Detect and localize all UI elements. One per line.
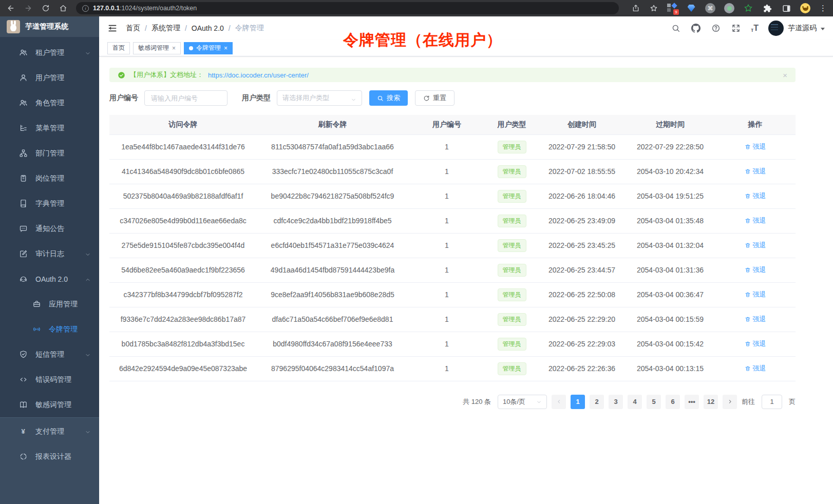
sidebar: 芋道管理系统 租户管理 用户管理 角色管理 菜单管理 部门管理 — [0, 16, 99, 504]
help-icon[interactable] — [711, 23, 721, 33]
breadcrumb-oauth2[interactable]: OAuth 2.0 — [192, 24, 224, 32]
extension-tabs-icon[interactable]: 9 — [667, 3, 677, 13]
user-type-badge: 管理员 — [498, 288, 526, 301]
table-row: c347026e805e4d99b0d116eae66eda8c cdfc4ce… — [109, 208, 796, 233]
force-logout-button[interactable]: 强退 — [745, 315, 766, 324]
sidebar-item-post[interactable]: 岗位管理 — [0, 166, 99, 191]
trash-icon — [745, 168, 751, 175]
sidebar-item-role[interactable]: 角色管理 — [0, 90, 99, 115]
message-bubble-icon — [18, 224, 28, 234]
browser-back-icon[interactable] — [6, 4, 15, 13]
sidebar-item-report-designer[interactable]: 报表设计器 — [0, 444, 99, 469]
log-edit-icon — [18, 249, 28, 259]
user-type-badge: 管理员 — [498, 362, 526, 375]
address-bar[interactable]: i 127.0.0.1:1024/system/oauth2/token — [76, 2, 619, 14]
close-icon[interactable]: × — [224, 45, 228, 52]
user-id-input[interactable] — [144, 90, 228, 106]
page-size-select[interactable]: 10条/页 — [498, 395, 547, 409]
tab-home[interactable]: 首页 — [107, 42, 130, 54]
force-logout-button[interactable]: 强退 — [745, 290, 766, 299]
force-logout-button[interactable]: 强退 — [745, 241, 766, 250]
sidebar-toggle-icon[interactable] — [107, 23, 118, 33]
browser-forward-icon[interactable] — [24, 4, 33, 13]
chevron-down-icon — [85, 50, 91, 56]
tab-token[interactable]: 令牌管理 × — [184, 42, 233, 54]
page-button-2[interactable]: 2 — [590, 395, 604, 409]
col-user-id: 用户编号 — [408, 115, 485, 134]
breadcrumb-system[interactable]: 系统管理 — [152, 24, 180, 33]
trash-icon — [745, 242, 751, 248]
force-logout-button[interactable]: 强退 — [745, 167, 766, 176]
yen-icon: ¥ — [18, 427, 28, 436]
sidebar-item-pay[interactable]: ¥ 支付管理 — [0, 419, 99, 444]
sidebar-item-sensitive-word[interactable]: 敏感词管理 — [0, 392, 99, 417]
browser-menu-icon[interactable]: ⋮ — [819, 4, 827, 13]
user-id-label: 用户编号 — [109, 93, 138, 103]
next-page-button[interactable] — [723, 395, 737, 409]
search-icon[interactable] — [671, 23, 681, 33]
doc-link[interactable]: https://doc.iocoder.cn/user-center/ — [208, 71, 309, 79]
github-icon[interactable] — [691, 23, 701, 33]
browser-bar: i 127.0.0.1:1024/system/oauth2/token 9 ⌘… — [0, 0, 833, 16]
user-menu[interactable]: 芋道源码 — [768, 21, 825, 36]
tags-view-bar: 首页 敏感词管理 × 令牌管理 × — [99, 40, 833, 56]
browser-home-icon[interactable] — [59, 4, 68, 13]
prev-page-button[interactable] — [552, 395, 566, 409]
sidebar-item-user[interactable]: 用户管理 — [0, 65, 99, 90]
extension-star-icon[interactable] — [743, 3, 753, 13]
page-ellipsis[interactable]: ••• — [685, 395, 699, 409]
force-logout-button[interactable]: 强退 — [745, 216, 766, 225]
sidebar-item-dict[interactable]: 字典管理 — [0, 191, 99, 216]
sidebar-item-dept[interactable]: 部门管理 — [0, 141, 99, 166]
sidebar-item-sms[interactable]: 短信管理 — [0, 342, 99, 367]
sidebar-item-oauth2[interactable]: OAuth 2.0 — [0, 266, 99, 292]
extension-command-icon[interactable]: ⌘ — [705, 3, 715, 13]
app-logo-bar[interactable]: 芋道管理系统 — [0, 16, 99, 37]
side-panel-icon[interactable] — [781, 3, 791, 13]
force-logout-button[interactable]: 强退 — [745, 339, 766, 348]
reset-button[interactable]: 重置 — [415, 90, 455, 106]
page-button-3[interactable]: 3 — [609, 395, 623, 409]
sidebar-item-errorcode[interactable]: 错误码管理 — [0, 367, 99, 392]
force-logout-button[interactable]: 强退 — [745, 364, 766, 373]
page-unit-label: 页 — [789, 397, 796, 406]
briefcase-icon — [32, 300, 41, 309]
profile-avatar-icon[interactable] — [800, 3, 810, 13]
user-type-badge: 管理员 — [498, 313, 526, 326]
bookmark-star-icon[interactable] — [649, 4, 658, 13]
sidebar-item-notice[interactable]: 通知公告 — [0, 216, 99, 241]
fullscreen-icon[interactable] — [731, 23, 741, 33]
font-size-icon[interactable]: тT — [751, 24, 759, 33]
force-logout-button[interactable]: 强退 — [745, 265, 766, 275]
tab-sensitive-word[interactable]: 敏感词管理 × — [133, 42, 181, 54]
caret-down-icon — [821, 28, 825, 30]
goto-label: 前往 — [742, 397, 755, 406]
sidebar-item-oauth2-token[interactable]: 令牌管理 — [0, 317, 99, 342]
force-logout-button[interactable]: 强退 — [745, 191, 766, 201]
pagination: 共 120 条 10条/页 1 2 3 4 5 6 ••• 12 前往 页 — [109, 395, 796, 409]
page-button-1[interactable]: 1 — [571, 395, 585, 409]
page-button-12[interactable]: 12 — [704, 395, 718, 409]
browser-reload-icon[interactable] — [41, 4, 50, 13]
user-type-select[interactable]: 请选择用户类型 — [277, 90, 362, 106]
page-button-5[interactable]: 5 — [647, 395, 661, 409]
close-icon[interactable]: × — [172, 45, 176, 52]
extension-record-icon[interactable] — [724, 3, 734, 13]
sidebar-item-tenant[interactable]: 租户管理 — [0, 40, 99, 65]
goto-page-input[interactable] — [762, 395, 782, 409]
sidebar-item-menu[interactable]: 菜单管理 — [0, 115, 99, 141]
extension-gem-icon[interactable] — [686, 3, 696, 13]
force-logout-button[interactable]: 强退 — [745, 142, 766, 151]
user-avatar — [768, 21, 784, 36]
page-button-4[interactable]: 4 — [628, 395, 642, 409]
sidebar-item-oauth2-app[interactable]: 应用管理 — [0, 292, 99, 317]
alert-close-icon[interactable]: × — [783, 71, 787, 80]
share-icon[interactable] — [631, 4, 640, 13]
page-button-6[interactable]: 6 — [666, 395, 680, 409]
site-info-icon[interactable]: i — [82, 5, 89, 12]
user-type-badge: 管理员 — [498, 264, 526, 277]
extensions-puzzle-icon[interactable] — [762, 3, 772, 13]
search-button[interactable]: 搜索 — [369, 90, 408, 106]
breadcrumb-home[interactable]: 首页 — [126, 24, 140, 33]
sidebar-item-audit-log[interactable]: 审计日志 — [0, 241, 99, 266]
